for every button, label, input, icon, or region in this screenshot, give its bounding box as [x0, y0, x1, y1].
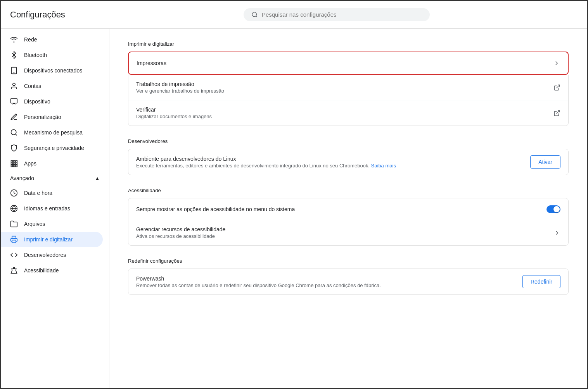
- saiba-mais-link[interactable]: Saiba mais: [371, 163, 396, 169]
- chevron-up-icon: ▲: [95, 176, 100, 181]
- svg-rect-13: [13, 163, 15, 164]
- person-icon: [10, 82, 18, 90]
- advanced-section-header[interactable]: Avançado ▲: [1, 171, 109, 185]
- svg-rect-6: [11, 99, 17, 103]
- svg-point-22: [13, 267, 14, 269]
- sidebar-item-data-hora[interactable]: Data e hora: [1, 185, 103, 201]
- section-title-acessibilidade: Acessibilidade: [128, 188, 569, 193]
- section-redefinir: Redefinir configurações Powerwash Remove…: [128, 258, 569, 295]
- sidebar-label-acessibilidade: Acessibilidade: [24, 267, 59, 274]
- gerenciar-chevron: [553, 229, 560, 236]
- ativar-action: Ativar: [530, 155, 560, 169]
- toggle-track: [546, 205, 560, 213]
- sidebar-item-personalizacao[interactable]: Personalização: [1, 109, 103, 125]
- grid-icon: [10, 160, 18, 167]
- accessibility-toggle[interactable]: [546, 205, 560, 213]
- powerwash-title: Powerwash: [136, 275, 522, 282]
- toggle-action[interactable]: [546, 205, 560, 213]
- trabalhos-item[interactable]: Trabalhos de impressão Ver e gerenciar t…: [128, 75, 568, 100]
- section-desenvolvedores: Desenvolvedores Ambiente para desenvolve…: [128, 138, 569, 175]
- edit-icon: [10, 113, 18, 121]
- toggle-thumb: [553, 206, 560, 212]
- redefinir-action: Redefinir: [522, 275, 560, 288]
- linux-dev-card: Ambiente para desenvolvedores do Linux E…: [128, 149, 569, 175]
- clock-icon: [10, 189, 18, 197]
- sidebar-item-dispositivo[interactable]: Dispositivo: [1, 94, 103, 109]
- svg-rect-14: [16, 163, 17, 164]
- section-imprimir: Imprimir e digitalizar Impressoras Traba…: [128, 41, 569, 126]
- svg-point-5: [13, 83, 16, 86]
- ativar-button[interactable]: Ativar: [530, 155, 560, 169]
- gerenciar-subtitle: Ativa os recursos de acessibilidade: [136, 233, 553, 239]
- search-bar[interactable]: [244, 8, 430, 21]
- bluetooth-icon: [10, 51, 18, 59]
- svg-line-24: [557, 110, 560, 114]
- svg-point-0: [252, 12, 256, 16]
- linux-dev-item: Ambiente para desenvolvedores do Linux E…: [128, 149, 568, 175]
- svg-rect-21: [12, 240, 16, 243]
- impressoras-item[interactable]: Impressoras: [129, 52, 568, 74]
- search-nav-icon: [10, 129, 18, 136]
- section-title-imprimir: Imprimir e digitalizar: [128, 41, 569, 47]
- sidebar-item-arquivos[interactable]: Arquivos: [1, 216, 103, 232]
- linux-dev-content: Ambiente para desenvolvedores do Linux E…: [136, 156, 530, 169]
- svg-rect-10: [13, 161, 15, 162]
- external-link-icon: [553, 84, 560, 91]
- svg-rect-9: [11, 161, 13, 162]
- impressoras-chevron: [553, 60, 560, 67]
- powerwash-subtitle: Remover todas as contas de usuário e red…: [136, 282, 522, 288]
- sidebar-label-personalizacao: Personalização: [24, 114, 61, 120]
- sidebar-item-apps[interactable]: Apps: [1, 156, 103, 171]
- linux-dev-title: Ambiente para desenvolvedores do Linux: [136, 156, 530, 162]
- verificar-external: [553, 110, 560, 117]
- sidebar-label-contas: Contas: [24, 83, 41, 89]
- toggle-acessibilidade-item[interactable]: Sempre mostrar as opções de acessibilida…: [128, 198, 568, 220]
- verificar-item[interactable]: Verificar Digitalizar documentos e image…: [128, 100, 568, 126]
- search-input[interactable]: [262, 11, 422, 18]
- powerwash-card: Powerwash Remover todas as contas de usu…: [128, 269, 569, 295]
- globe-icon: [10, 205, 18, 212]
- sidebar-label-data-hora: Data e hora: [24, 190, 52, 196]
- folder-icon: [10, 220, 18, 228]
- section-title-desenvolvedores: Desenvolvedores: [128, 138, 569, 144]
- sidebar-item-desenvolvedores[interactable]: Desenvolvedores: [1, 247, 103, 263]
- sidebar-item-imprimir[interactable]: Imprimir e digitalizar: [1, 232, 103, 247]
- sidebar-label-seguranca: Segurança e privacidade: [24, 145, 84, 151]
- acessibilidade-card: Sempre mostrar as opções de acessibilida…: [128, 198, 569, 246]
- chevron-right-icon: [553, 60, 560, 67]
- svg-point-7: [11, 130, 16, 135]
- code-icon: [10, 251, 18, 259]
- gerenciar-recursos-item[interactable]: Gerenciar recursos de acessibilidade Ati…: [128, 220, 568, 245]
- sidebar-item-rede[interactable]: Rede: [1, 32, 103, 47]
- search-icon: [251, 11, 258, 18]
- wifi-icon: [10, 36, 18, 43]
- sidebar-label-rede: Rede: [24, 36, 37, 43]
- sidebar-label-idiomas: Idiomas e entradas: [24, 205, 70, 212]
- toggle-wrapper[interactable]: [546, 205, 560, 213]
- main-content: Imprimir e digitalizar Impressoras Traba…: [109, 29, 587, 389]
- sidebar-label-imprimir: Imprimir e digitalizar: [24, 236, 73, 243]
- sidebar-item-acessibilidade[interactable]: Acessibilidade: [1, 263, 103, 278]
- sidebar-item-dispositivos[interactable]: Dispositivos conectados: [1, 63, 103, 78]
- toggle-title: Sempre mostrar as opções de acessibilida…: [136, 206, 546, 212]
- sidebar-item-idiomas[interactable]: Idiomas e entradas: [1, 201, 103, 216]
- sidebar-label-dispositivos: Dispositivos conectados: [24, 67, 82, 74]
- header: Configurações: [1, 1, 587, 29]
- svg-rect-16: [13, 165, 15, 167]
- impressoras-content: Impressoras: [137, 60, 553, 66]
- sidebar-item-mecanismo[interactable]: Mecanismo de pesquisa: [1, 125, 103, 140]
- redefinir-button[interactable]: Redefinir: [522, 275, 560, 288]
- tablet-icon: [10, 67, 18, 74]
- sidebar-label-mecanismo: Mecanismo de pesquisa: [24, 129, 83, 136]
- sidebar-item-contas[interactable]: Contas: [1, 78, 103, 94]
- sidebar-label-apps: Apps: [24, 160, 36, 167]
- sidebar-item-bluetooth[interactable]: Bluetooth: [1, 47, 103, 63]
- advanced-section-label: Avançado: [10, 175, 34, 181]
- svg-rect-17: [16, 165, 17, 167]
- print-extra-card: Trabalhos de impressão Ver e gerenciar t…: [128, 75, 569, 126]
- sidebar-item-seguranca[interactable]: Segurança e privacidade: [1, 140, 103, 156]
- svg-line-1: [256, 16, 257, 17]
- shield-icon: [10, 144, 18, 152]
- linux-dev-subtitle: Execute ferramentas, editores e ambiente…: [136, 163, 530, 169]
- trabalhos-title: Trabalhos de impressão: [136, 81, 553, 87]
